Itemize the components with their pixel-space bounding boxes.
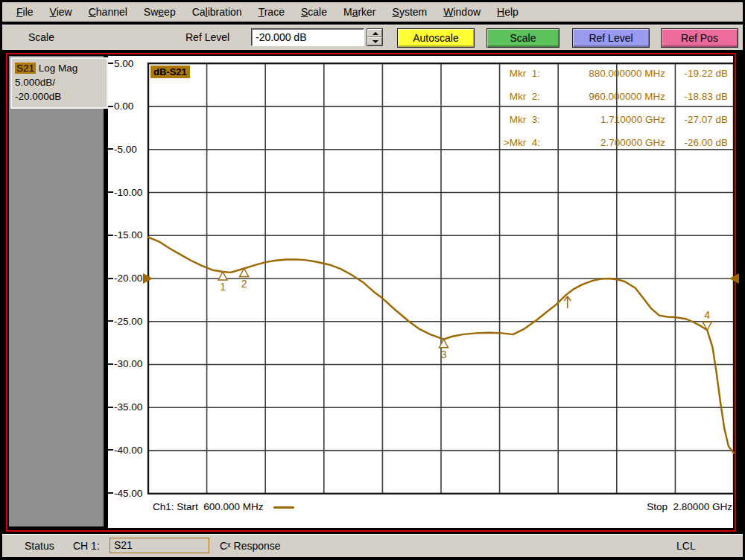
y-axis-tick: -5.00	[108, 142, 148, 156]
marker-readout-cell: -18.83 dB	[665, 89, 729, 104]
correction-status: Cˣ Response	[220, 540, 281, 552]
y-axis-tick-label: 0.00	[114, 101, 133, 112]
y-axis-tick: 0.00	[108, 100, 148, 113]
ref-level-button[interactable]: Ref Level	[572, 28, 650, 48]
svg-text:4: 4	[704, 309, 710, 321]
marker-readout-row: Mkr 3:1.710000 GHz-27.07 dB	[481, 112, 729, 127]
ref-level-spinner	[367, 28, 383, 46]
trace-side-panel: S21 Log Mag 5.000dB/ -20.000dB	[9, 56, 104, 526]
y-axis-tick: -35.00	[108, 401, 148, 414]
y-axis-tick-label: -10.00	[114, 187, 142, 198]
scale-toolbar: Scale Ref Level AutoscaleScaleRef LevelR…	[2, 25, 743, 50]
stop-frequency-label: Stop 2.80000 GHz	[647, 499, 732, 515]
y-axis-tick-label: -20.00	[114, 273, 142, 284]
local-mode-indicator: LCL	[676, 540, 696, 552]
ref-level-label: Ref Level	[186, 31, 229, 43]
marker-readout-cell: -19.22 dB	[665, 66, 729, 81]
status-bar: Status CH 1: S21 Cˣ Response LCL	[2, 534, 743, 557]
ref-pos-button[interactable]: Ref Pos	[661, 28, 738, 48]
y-axis-tick: -15.00	[108, 229, 148, 242]
spinner-down-button[interactable]	[367, 37, 382, 45]
menu-bar: FileViewChannelSweepCalibrationTraceScal…	[2, 2, 743, 22]
channel-label: CH 1:	[73, 540, 100, 552]
marker-readout-row: Mkr 1:880.000000 MHz-19.22 dB	[481, 66, 729, 81]
down-arrow-icon	[372, 40, 378, 43]
y-axis-tick: -45.00	[108, 486, 148, 500]
tick-mark	[108, 449, 113, 451]
marker-readout-table: Mkr 1:880.000000 MHz-19.22 dBMkr 2:960.0…	[481, 66, 729, 159]
tick-mark	[108, 235, 113, 236]
y-axis-tick: 5.00	[108, 57, 148, 70]
marker-readout-row: >Mkr 4:2.700000 GHz-26.00 dB	[481, 136, 729, 150]
up-arrow-icon	[372, 32, 378, 35]
menu-channel[interactable]: Channel	[80, 4, 136, 20]
trace-ref-label: -20.000dB	[15, 89, 104, 104]
trace-info-box[interactable]: S21 Log Mag 5.000dB/ -20.000dB	[10, 57, 108, 109]
menu-trace[interactable]: Trace	[250, 4, 293, 20]
spinner-up-button[interactable]	[367, 29, 382, 37]
marker-1-symbol: 1	[218, 272, 227, 293]
scale-button[interactable]: Scale	[486, 28, 559, 48]
x-axis-annotation: Ch1: Start 600.000 MHz Stop 2.80000 GHz	[148, 499, 734, 515]
svg-text:2: 2	[241, 278, 247, 290]
tick-mark	[108, 363, 113, 365]
status-label: Status	[25, 540, 54, 552]
menu-system[interactable]: System	[384, 4, 436, 20]
marker-readout-cell: 1.710000 GHz	[540, 112, 665, 127]
tick-mark	[108, 148, 113, 150]
menu-marker[interactable]: Marker	[335, 4, 384, 20]
active-marker-arrow-icon	[564, 296, 571, 308]
marker-readout-cell: 880.000000 MHz	[540, 66, 665, 81]
y-axis-tick-label: 5.00	[114, 58, 133, 69]
menu-file[interactable]: File	[8, 4, 42, 20]
tick-mark	[108, 106, 113, 107]
trace-format-label: Log Mag	[36, 63, 77, 74]
marker-readout-cell: Mkr 2:	[481, 89, 540, 104]
y-axis-tick-label: -15.00	[114, 229, 142, 241]
menu-calibration[interactable]: Calibration	[184, 4, 250, 20]
menu-view[interactable]: View	[42, 4, 80, 20]
menu-help[interactable]: Help	[489, 4, 527, 20]
ref-level-input[interactable]	[251, 28, 364, 46]
y-axis-tick-label: -40.00	[114, 445, 142, 456]
svg-text:1: 1	[220, 281, 226, 293]
marker-readout-cell: -26.00 dB	[665, 136, 729, 150]
marker-readout-cell: Mkr 1:	[481, 66, 540, 81]
y-axis-tick: -10.00	[108, 185, 148, 199]
marker-readout-row: Mkr 2:960.000000 MHz-18.83 dB	[481, 89, 729, 104]
y-axis-tick-label: -45.00	[114, 488, 142, 499]
toolbar-mode-label: Scale	[28, 31, 54, 43]
start-frequency-label: Ch1: Start 600.000 MHz	[153, 499, 264, 515]
menu-sweep[interactable]: Sweep	[136, 4, 184, 20]
autoscale-button[interactable]: Autoscale	[397, 28, 475, 48]
y-axis-tick-label: -25.00	[114, 316, 142, 327]
trace-color-indicator	[273, 506, 294, 509]
y-axis-tick: -25.00	[108, 314, 148, 328]
y-axis-tick: -40.00	[108, 443, 148, 456]
y-axis-tick-label: -5.00	[114, 144, 137, 155]
instrument-display: S21 Log Mag 5.000dB/ -20.000dB 5.000.00-…	[6, 53, 736, 532]
menu-scale[interactable]: Scale	[293, 4, 335, 20]
trace-name-badge: S21	[15, 63, 36, 74]
trace-scale-label: 5.000dB/	[15, 75, 104, 89]
marker-readout-cell: 2.700000 GHz	[540, 136, 665, 150]
trace-title-badge: dB-S21	[150, 66, 190, 78]
tick-mark	[108, 63, 113, 64]
marker-readout-cell: 960.000000 MHz	[540, 89, 665, 104]
measurement-indicator: S21	[110, 538, 209, 553]
tick-mark	[108, 191, 113, 193]
chart-area: 5.000.00-5.00-10.00-15.00-20.00-25.00-30…	[108, 56, 733, 528]
tick-mark	[108, 278, 113, 279]
y-axis-tick-label: -30.00	[114, 358, 142, 369]
marker-4-symbol: 4	[703, 309, 711, 330]
svg-text:3: 3	[441, 349, 447, 360]
vna-application: { "menubar": { "items": [ {"pre":"","key…	[0, 0, 745, 560]
tick-mark	[108, 320, 113, 322]
y-axis-tick: -20.00	[108, 272, 148, 285]
marker-readout-cell: >Mkr 4:	[481, 136, 540, 150]
marker-readout-cell: Mkr 3:	[481, 112, 540, 127]
y-axis-tick-label: -35.00	[114, 401, 142, 413]
tick-mark	[108, 407, 113, 408]
marker-readout-cell: -27.07 dB	[665, 112, 729, 127]
menu-window[interactable]: Window	[435, 4, 489, 20]
